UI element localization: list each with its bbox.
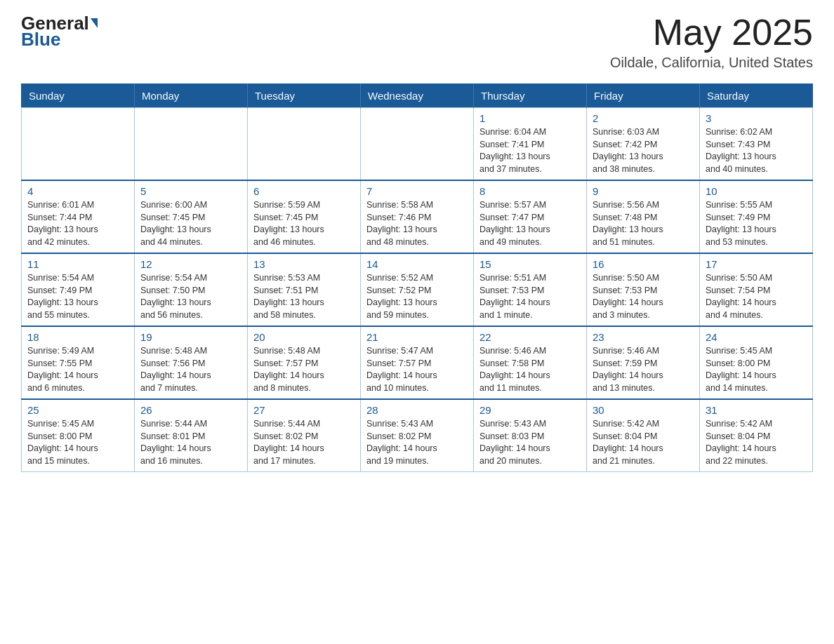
day-number: 5 <box>140 185 241 197</box>
day-number: 15 <box>479 258 581 270</box>
day-number: 22 <box>479 331 581 343</box>
table-row: 10Sunrise: 5:55 AM Sunset: 7:49 PM Dayli… <box>700 180 813 253</box>
day-number: 6 <box>253 185 355 197</box>
day-info: Sunrise: 6:04 AM Sunset: 7:41 PM Dayligh… <box>479 126 581 175</box>
table-row: 19Sunrise: 5:48 AM Sunset: 7:56 PM Dayli… <box>135 326 248 399</box>
day-info: Sunrise: 6:01 AM Sunset: 7:44 PM Dayligh… <box>27 199 128 248</box>
table-row: 20Sunrise: 5:48 AM Sunset: 7:57 PM Dayli… <box>248 326 361 399</box>
day-number: 21 <box>366 331 468 343</box>
calendar-header-row: Sunday Monday Tuesday Wednesday Thursday… <box>22 84 813 108</box>
day-info: Sunrise: 5:48 AM Sunset: 7:57 PM Dayligh… <box>253 345 355 394</box>
day-info: Sunrise: 5:46 AM Sunset: 7:59 PM Dayligh… <box>593 345 694 394</box>
day-info: Sunrise: 5:45 AM Sunset: 8:00 PM Dayligh… <box>706 345 807 394</box>
table-row: 23Sunrise: 5:46 AM Sunset: 7:59 PM Dayli… <box>587 326 700 399</box>
table-row: 4Sunrise: 6:01 AM Sunset: 7:44 PM Daylig… <box>22 180 135 253</box>
day-number: 9 <box>593 185 694 197</box>
month-title: May 2025 <box>610 14 813 51</box>
day-number: 23 <box>593 331 694 343</box>
day-info: Sunrise: 5:42 AM Sunset: 8:04 PM Dayligh… <box>706 418 807 467</box>
calendar-week-row: 18Sunrise: 5:49 AM Sunset: 7:55 PM Dayli… <box>22 326 813 399</box>
day-info: Sunrise: 5:50 AM Sunset: 7:53 PM Dayligh… <box>593 272 694 321</box>
location-title: Oildale, California, United States <box>610 55 813 71</box>
day-info: Sunrise: 5:52 AM Sunset: 7:52 PM Dayligh… <box>366 272 468 321</box>
day-info: Sunrise: 5:46 AM Sunset: 7:58 PM Dayligh… <box>479 345 581 394</box>
table-row: 22Sunrise: 5:46 AM Sunset: 7:58 PM Dayli… <box>474 326 587 399</box>
day-number: 19 <box>140 331 241 343</box>
day-number: 1 <box>479 112 581 124</box>
table-row: 17Sunrise: 5:50 AM Sunset: 7:54 PM Dayli… <box>700 253 813 326</box>
day-info: Sunrise: 5:48 AM Sunset: 7:56 PM Dayligh… <box>140 345 241 394</box>
table-row: 7Sunrise: 5:58 AM Sunset: 7:46 PM Daylig… <box>361 180 474 253</box>
logo-blue: Blue <box>21 30 60 48</box>
day-info: Sunrise: 5:44 AM Sunset: 8:02 PM Dayligh… <box>253 418 355 467</box>
day-info: Sunrise: 5:55 AM Sunset: 7:49 PM Dayligh… <box>706 199 807 248</box>
table-row: 9Sunrise: 5:56 AM Sunset: 7:48 PM Daylig… <box>587 180 700 253</box>
day-info: Sunrise: 5:54 AM Sunset: 7:49 PM Dayligh… <box>27 272 128 321</box>
table-row: 13Sunrise: 5:53 AM Sunset: 7:51 PM Dayli… <box>248 253 361 326</box>
day-number: 17 <box>706 258 807 270</box>
day-number: 13 <box>253 258 355 270</box>
table-row: 30Sunrise: 5:42 AM Sunset: 8:04 PM Dayli… <box>587 399 700 472</box>
day-number: 7 <box>366 185 468 197</box>
day-number: 31 <box>706 404 807 416</box>
table-row <box>22 108 135 181</box>
day-info: Sunrise: 5:49 AM Sunset: 7:55 PM Dayligh… <box>27 345 128 394</box>
table-row: 2Sunrise: 6:03 AM Sunset: 7:42 PM Daylig… <box>587 108 700 181</box>
calendar-week-row: 1Sunrise: 6:04 AM Sunset: 7:41 PM Daylig… <box>22 108 813 181</box>
day-info: Sunrise: 6:02 AM Sunset: 7:43 PM Dayligh… <box>706 126 807 175</box>
day-number: 29 <box>479 404 581 416</box>
col-sunday: Sunday <box>22 84 135 108</box>
table-row: 3Sunrise: 6:02 AM Sunset: 7:43 PM Daylig… <box>700 108 813 181</box>
table-row: 16Sunrise: 5:50 AM Sunset: 7:53 PM Dayli… <box>587 253 700 326</box>
day-info: Sunrise: 5:42 AM Sunset: 8:04 PM Dayligh… <box>593 418 694 467</box>
table-row <box>248 108 361 181</box>
day-info: Sunrise: 5:53 AM Sunset: 7:51 PM Dayligh… <box>253 272 355 321</box>
page-header: General Blue May 2025 Oildale, Californi… <box>21 14 813 71</box>
table-row: 11Sunrise: 5:54 AM Sunset: 7:49 PM Dayli… <box>22 253 135 326</box>
day-number: 24 <box>706 331 807 343</box>
table-row: 28Sunrise: 5:43 AM Sunset: 8:02 PM Dayli… <box>361 399 474 472</box>
col-saturday: Saturday <box>700 84 813 108</box>
day-number: 11 <box>27 258 128 270</box>
day-info: Sunrise: 5:57 AM Sunset: 7:47 PM Dayligh… <box>479 199 581 248</box>
col-wednesday: Wednesday <box>361 84 474 108</box>
table-row: 1Sunrise: 6:04 AM Sunset: 7:41 PM Daylig… <box>474 108 587 181</box>
table-row: 12Sunrise: 5:54 AM Sunset: 7:50 PM Dayli… <box>135 253 248 326</box>
day-info: Sunrise: 5:50 AM Sunset: 7:54 PM Dayligh… <box>706 272 807 321</box>
day-number: 26 <box>140 404 241 416</box>
day-number: 14 <box>366 258 468 270</box>
table-row: 14Sunrise: 5:52 AM Sunset: 7:52 PM Dayli… <box>361 253 474 326</box>
day-number: 12 <box>140 258 241 270</box>
table-row: 8Sunrise: 5:57 AM Sunset: 7:47 PM Daylig… <box>474 180 587 253</box>
calendar-week-row: 11Sunrise: 5:54 AM Sunset: 7:49 PM Dayli… <box>22 253 813 326</box>
day-info: Sunrise: 5:56 AM Sunset: 7:48 PM Dayligh… <box>593 199 694 248</box>
day-info: Sunrise: 5:51 AM Sunset: 7:53 PM Dayligh… <box>479 272 581 321</box>
day-info: Sunrise: 5:44 AM Sunset: 8:01 PM Dayligh… <box>140 418 241 467</box>
day-info: Sunrise: 6:00 AM Sunset: 7:45 PM Dayligh… <box>140 199 241 248</box>
day-number: 18 <box>27 331 128 343</box>
day-info: Sunrise: 5:45 AM Sunset: 8:00 PM Dayligh… <box>27 418 128 467</box>
col-tuesday: Tuesday <box>248 84 361 108</box>
table-row <box>135 108 248 181</box>
calendar-week-row: 25Sunrise: 5:45 AM Sunset: 8:00 PM Dayli… <box>22 399 813 472</box>
table-row: 18Sunrise: 5:49 AM Sunset: 7:55 PM Dayli… <box>22 326 135 399</box>
day-number: 28 <box>366 404 468 416</box>
col-friday: Friday <box>587 84 700 108</box>
table-row: 26Sunrise: 5:44 AM Sunset: 8:01 PM Dayli… <box>135 399 248 472</box>
day-number: 27 <box>253 404 355 416</box>
calendar-table: Sunday Monday Tuesday Wednesday Thursday… <box>21 83 813 472</box>
day-info: Sunrise: 5:43 AM Sunset: 8:02 PM Dayligh… <box>366 418 468 467</box>
table-row: 24Sunrise: 5:45 AM Sunset: 8:00 PM Dayli… <box>700 326 813 399</box>
title-area: May 2025 Oildale, California, United Sta… <box>610 14 813 71</box>
day-number: 25 <box>27 404 128 416</box>
day-info: Sunrise: 5:59 AM Sunset: 7:45 PM Dayligh… <box>253 199 355 248</box>
table-row <box>361 108 474 181</box>
logo-arrow-icon <box>91 18 98 28</box>
day-number: 3 <box>706 112 807 124</box>
table-row: 21Sunrise: 5:47 AM Sunset: 7:57 PM Dayli… <box>361 326 474 399</box>
day-number: 2 <box>593 112 694 124</box>
day-number: 30 <box>593 404 694 416</box>
day-number: 10 <box>706 185 807 197</box>
day-number: 16 <box>593 258 694 270</box>
day-info: Sunrise: 5:47 AM Sunset: 7:57 PM Dayligh… <box>366 345 468 394</box>
